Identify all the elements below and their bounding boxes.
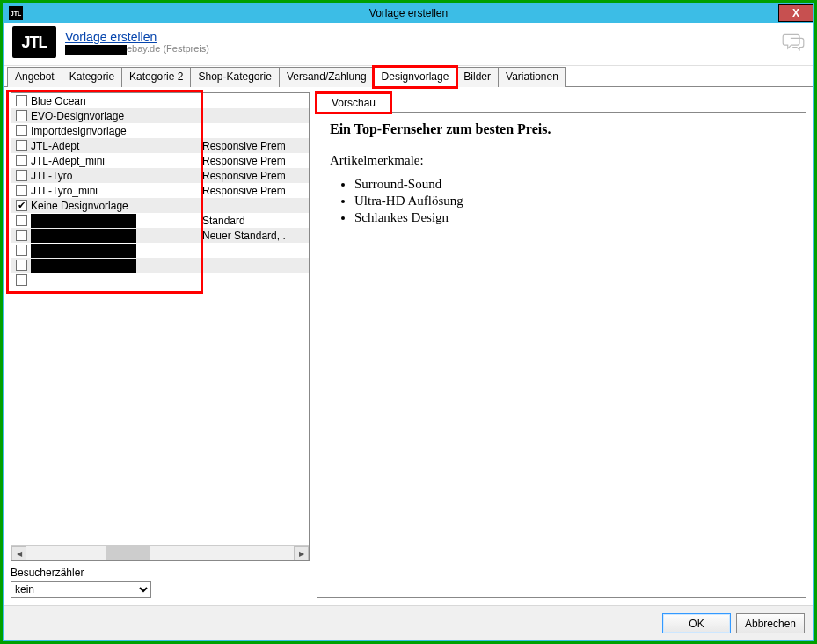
redacted-block bbox=[31, 214, 136, 228]
scroll-right-button[interactable]: ▶ bbox=[294, 546, 309, 560]
template-checkbox[interactable] bbox=[16, 215, 27, 226]
template-name bbox=[31, 244, 202, 258]
template-name: Importdesignvorlage bbox=[31, 125, 202, 137]
template-name: JTL-Adept bbox=[31, 140, 202, 152]
template-name: JTL-Tyro bbox=[31, 170, 202, 182]
template-checkbox[interactable] bbox=[16, 200, 27, 211]
template-checkbox-cell[interactable] bbox=[11, 95, 31, 106]
template-checkbox-cell[interactable] bbox=[11, 200, 31, 211]
right-column: Vorschau Ein Top-Fernseher zum besten Pr… bbox=[317, 92, 806, 598]
preview-tabs: Vorschau bbox=[317, 92, 806, 113]
template-checkbox[interactable] bbox=[16, 185, 27, 196]
template-name: EVO-Designvorlage bbox=[31, 110, 202, 122]
redacted-block bbox=[31, 244, 136, 258]
tab-kategorie[interactable]: Kategorie bbox=[62, 67, 122, 87]
tab-kategorie-2[interactable]: Kategorie 2 bbox=[121, 67, 191, 87]
horizontal-scrollbar[interactable]: ◀ ▶ bbox=[11, 545, 309, 560]
scroll-left-button[interactable]: ◀ bbox=[11, 546, 26, 560]
template-checkbox[interactable] bbox=[16, 274, 27, 286]
redacted-block bbox=[31, 229, 136, 243]
template-name: Blue Ocean bbox=[31, 95, 202, 107]
template-name: Keine Designvorlage bbox=[31, 200, 202, 212]
page-subtitle: ebay.de (Festpreis) bbox=[65, 43, 209, 55]
tab-designvorlage[interactable]: Designvorlage bbox=[374, 67, 457, 87]
titlebar: JTL Vorlage erstellen X bbox=[4, 4, 813, 23]
dialog-footer: OK Abbrechen bbox=[4, 605, 813, 640]
tab-bilder[interactable]: Bilder bbox=[456, 67, 499, 87]
visitor-counter-select[interactable]: kein bbox=[11, 581, 151, 598]
template-checkbox-cell[interactable] bbox=[11, 140, 31, 151]
feedback-icon[interactable] bbox=[782, 33, 805, 52]
template-row[interactable]: JTL-TyroResponsive Prem bbox=[11, 168, 309, 183]
template-desc: Neuer Standard, . bbox=[202, 230, 309, 242]
template-checkbox[interactable] bbox=[16, 95, 27, 106]
template-checkbox-cell[interactable] bbox=[11, 185, 31, 196]
template-checkbox-cell[interactable] bbox=[11, 274, 31, 286]
template-desc: Responsive Prem bbox=[202, 140, 309, 152]
template-row[interactable] bbox=[11, 243, 309, 258]
template-desc: Responsive Prem bbox=[202, 185, 309, 197]
scroll-track[interactable] bbox=[26, 546, 294, 560]
subtitle-text: ebay.de (Festpreis) bbox=[127, 43, 209, 54]
dialog-window: JTL Vorlage erstellen X JTL Vorlage erst… bbox=[3, 3, 814, 641]
template-row[interactable]: JTL-AdeptResponsive Prem bbox=[11, 138, 309, 153]
template-checkbox-cell[interactable] bbox=[11, 260, 31, 271]
page-title[interactable]: Vorlage erstellen bbox=[65, 30, 209, 44]
template-checkbox-cell[interactable] bbox=[11, 230, 31, 241]
template-name bbox=[31, 229, 202, 243]
redacted-block bbox=[31, 259, 136, 273]
template-checkbox[interactable] bbox=[16, 155, 27, 166]
visitor-counter-label: Besucherzähler bbox=[11, 567, 310, 579]
template-checkbox[interactable] bbox=[16, 230, 27, 241]
template-row[interactable]: Keine Designvorlage bbox=[11, 198, 309, 213]
template-row[interactable]: Importdesignvorlage bbox=[11, 123, 309, 138]
header: JTL Vorlage erstellen ebay.de (Festpreis… bbox=[4, 23, 813, 66]
template-row[interactable]: EVO-Designvorlage bbox=[11, 108, 309, 123]
tab-variationen[interactable]: Variationen bbox=[498, 67, 566, 87]
template-checkbox[interactable] bbox=[16, 140, 27, 151]
redacted-account bbox=[65, 45, 127, 55]
template-checkbox-cell[interactable] bbox=[11, 155, 31, 166]
template-desc: Standard bbox=[202, 215, 309, 227]
preview-feature-item: Surround-Sound bbox=[354, 177, 793, 192]
template-checkbox[interactable] bbox=[16, 170, 27, 181]
scroll-thumb[interactable] bbox=[106, 546, 150, 560]
tab-shop-kategorie[interactable]: Shop-Kategorie bbox=[190, 67, 279, 87]
window-title: Vorlage erstellen bbox=[4, 7, 813, 19]
preview-feature-item: Schlankes Design bbox=[354, 210, 793, 225]
template-row[interactable]: JTL-Tyro_miniResponsive Prem bbox=[11, 183, 309, 198]
preview-body: Ein Top-Fernseher zum besten Preis. Arti… bbox=[317, 113, 806, 598]
template-desc: Responsive Prem bbox=[202, 155, 309, 167]
tab-preview[interactable]: Vorschau bbox=[317, 93, 390, 113]
preview-features-label: Artikelmerkmale: bbox=[330, 153, 793, 168]
tab-versand-zahlung[interactable]: Versand/Zahlung bbox=[279, 67, 375, 87]
main-tabs: AngebotKategorieKategorie 2Shop-Kategori… bbox=[4, 66, 813, 87]
template-name bbox=[31, 259, 202, 273]
preview-headline: Ein Top-Fernseher zum besten Preis. bbox=[330, 121, 793, 137]
template-row[interactable] bbox=[11, 273, 309, 288]
template-name: JTL-Tyro_mini bbox=[31, 185, 202, 197]
brand-logo: JTL bbox=[12, 26, 56, 58]
preview-feature-list: Surround-SoundUltra-HD AuflösungSchlanke… bbox=[330, 177, 793, 225]
template-checkbox[interactable] bbox=[16, 245, 27, 256]
template-row[interactable]: Blue Ocean bbox=[11, 93, 309, 108]
template-checkbox[interactable] bbox=[16, 260, 27, 271]
template-checkbox[interactable] bbox=[16, 110, 27, 121]
template-checkbox-cell[interactable] bbox=[11, 170, 31, 181]
template-checkbox-cell[interactable] bbox=[11, 110, 31, 121]
template-row[interactable]: JTL-Adept_miniResponsive Prem bbox=[11, 153, 309, 168]
template-checkbox-cell[interactable] bbox=[11, 215, 31, 226]
content-area: Blue OceanEVO-DesignvorlageImportdesignv… bbox=[4, 87, 813, 605]
template-row[interactable]: Neuer Standard, . bbox=[11, 228, 309, 243]
ok-button[interactable]: OK bbox=[662, 613, 731, 633]
template-checkbox-cell[interactable] bbox=[11, 125, 31, 136]
preview-feature-item: Ultra-HD Auflösung bbox=[354, 194, 793, 209]
cancel-button[interactable]: Abbrechen bbox=[736, 613, 805, 633]
template-checkbox-cell[interactable] bbox=[11, 245, 31, 256]
template-checkbox[interactable] bbox=[16, 125, 27, 136]
template-name bbox=[31, 214, 202, 228]
template-list[interactable]: Blue OceanEVO-DesignvorlageImportdesignv… bbox=[11, 92, 310, 561]
template-row[interactable]: Standard bbox=[11, 213, 309, 228]
template-row[interactable] bbox=[11, 258, 309, 273]
tab-angebot[interactable]: Angebot bbox=[7, 67, 62, 87]
